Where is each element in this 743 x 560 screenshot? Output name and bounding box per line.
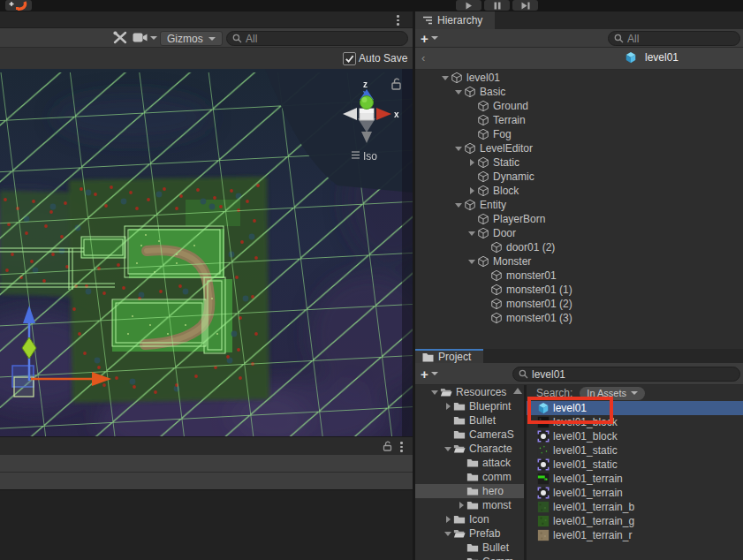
hierarchy-item[interactable]: monster01 (1) xyxy=(415,283,743,297)
search-result-item[interactable]: level01_terrain_g xyxy=(527,514,743,528)
search-result-item[interactable]: level01_terrain_b xyxy=(527,500,743,514)
expand-down-icon[interactable] xyxy=(453,147,464,151)
hierarchy-item[interactable]: PlayerBorn xyxy=(415,212,743,226)
expand-down-icon[interactable] xyxy=(429,390,440,395)
tools-icon[interactable] xyxy=(113,31,127,44)
scroll-up-arrow[interactable] xyxy=(513,388,522,394)
folder-item-label: Icon xyxy=(469,513,489,526)
folder-item[interactable]: Prefab xyxy=(415,526,524,541)
breadcrumb-item[interactable]: level01 xyxy=(625,51,679,64)
folder-item[interactable]: Characte xyxy=(415,442,524,456)
folder-icon xyxy=(466,471,479,483)
sprite-prefab-icon xyxy=(537,487,550,499)
play-button[interactable] xyxy=(456,0,481,11)
scene-viewport[interactable]: z y x xyxy=(0,69,413,436)
expand-right-icon[interactable] xyxy=(443,403,453,410)
step-button[interactable] xyxy=(512,0,538,11)
axis-x-label: x xyxy=(394,110,399,119)
expand-right-icon[interactable] xyxy=(466,187,477,194)
hierarchy-item-label: Fog xyxy=(493,128,512,140)
folder-item-label: Bullet xyxy=(482,541,509,554)
expand-down-icon[interactable] xyxy=(443,447,453,451)
hierarchy-item[interactable]: monster01 (2) xyxy=(415,297,743,311)
expand-down-icon[interactable] xyxy=(440,76,451,80)
search-result-label: level01_terrain xyxy=(553,487,623,499)
scene-search-input[interactable]: All xyxy=(226,31,408,46)
pause-button[interactable] xyxy=(484,0,510,11)
hierarchy-search-input[interactable]: All xyxy=(608,31,740,46)
hierarchy-create-button[interactable]: + xyxy=(421,29,438,47)
folder-item[interactable]: Bullet xyxy=(415,413,524,428)
cube-icon xyxy=(477,156,489,169)
orange-tool-button[interactable] xyxy=(5,0,32,11)
expand-down-icon[interactable] xyxy=(453,203,464,208)
project-search-value: level01 xyxy=(532,368,565,381)
sprite-prefab-icon xyxy=(537,458,550,471)
cube-icon xyxy=(490,241,503,254)
gizmos-label: Gizmos xyxy=(167,33,203,45)
gizmos-button[interactable]: Gizmos xyxy=(160,31,223,46)
hierarchy-tree: level01BasicGroundTerrainFogLevelEditorS… xyxy=(415,70,743,349)
folder-item[interactable]: monst xyxy=(415,498,524,512)
hierarchy-item[interactable]: Monster xyxy=(415,254,743,269)
camera-icon[interactable] xyxy=(133,33,148,42)
cube-icon xyxy=(490,284,503,296)
folder-item[interactable]: Blueprint xyxy=(415,399,524,413)
hierarchy-item[interactable]: Entity xyxy=(415,198,743,212)
folder-item[interactable]: attack xyxy=(415,456,524,470)
gizmos-caret-icon xyxy=(208,37,216,41)
expand-down-icon[interactable] xyxy=(466,231,477,236)
folder-item[interactable]: Resources xyxy=(415,385,524,399)
hierarchy-search-placeholder: All xyxy=(627,33,639,45)
scene-toolbar: Gizmos All xyxy=(0,28,413,47)
tex-green-g-icon xyxy=(537,515,550,527)
hierarchy-item[interactable]: level01 xyxy=(415,71,743,85)
hierarchy-item[interactable]: Block xyxy=(415,184,743,198)
tab-hierarchy[interactable]: Hierarchy xyxy=(415,11,495,29)
hierarchy-item-label: Dynamic xyxy=(493,170,535,183)
search-result-item[interactable]: level01_terrain xyxy=(527,486,743,500)
hierarchy-item[interactable]: monster01 xyxy=(415,269,743,283)
folder-item[interactable]: comm xyxy=(415,470,524,484)
expand-right-icon[interactable] xyxy=(443,516,453,523)
expand-down-icon[interactable] xyxy=(453,90,464,95)
hierarchy-item[interactable]: LevelEditor xyxy=(415,141,743,155)
folder-item-label: hero xyxy=(482,485,504,497)
camera-dropdown-caret[interactable] xyxy=(150,36,157,40)
search-result-item[interactable]: level01_static xyxy=(527,458,743,472)
cube-icon xyxy=(464,142,476,155)
padlock-open-icon[interactable] xyxy=(383,441,393,451)
folder-item[interactable]: hero xyxy=(415,484,524,498)
bottom-panel-menu-button[interactable] xyxy=(400,442,403,452)
expand-right-icon[interactable] xyxy=(466,159,477,166)
expand-right-icon[interactable] xyxy=(456,502,466,509)
folder-item[interactable]: Bullet xyxy=(415,541,524,555)
expand-down-icon[interactable] xyxy=(466,260,477,264)
folder-item[interactable]: Icon xyxy=(415,512,524,526)
search-result-item[interactable]: level01_terrain_r xyxy=(527,528,743,542)
tab-project[interactable]: Project xyxy=(415,349,483,363)
hierarchy-item-label: monster01 (3) xyxy=(506,312,572,324)
hierarchy-item[interactable]: Door xyxy=(415,226,743,240)
hierarchy-item[interactable]: Terrain xyxy=(415,113,743,127)
scene-search-placeholder: All xyxy=(246,33,257,45)
hierarchy-item[interactable]: door01 (2) xyxy=(415,240,743,254)
hierarchy-item[interactable]: Fog xyxy=(415,127,743,141)
project-create-button[interactable]: + xyxy=(421,363,438,384)
search-result-item[interactable]: level01_static xyxy=(527,443,743,458)
search-result-item[interactable]: level01_terrain xyxy=(527,472,743,486)
folder-item[interactable]: Comm xyxy=(415,555,524,560)
tex-tan-icon xyxy=(537,529,550,541)
breadcrumb-back-button[interactable]: ‹ xyxy=(421,51,425,64)
hierarchy-item[interactable]: monster01 (3) xyxy=(415,311,743,325)
expand-down-icon[interactable] xyxy=(443,532,453,536)
hierarchy-item[interactable]: Static xyxy=(415,155,743,170)
hierarchy-item[interactable]: Dynamic xyxy=(415,170,743,184)
folder-item[interactable]: CameraS xyxy=(415,428,524,442)
auto-save-checkbox[interactable] xyxy=(343,52,356,65)
search-result-item[interactable]: level01_block xyxy=(527,429,743,443)
project-search-input[interactable]: level01 xyxy=(512,367,740,382)
scene-panel-menu-button[interactable] xyxy=(397,15,399,26)
hierarchy-item[interactable]: Ground xyxy=(415,99,743,113)
hierarchy-item[interactable]: Basic xyxy=(415,85,743,99)
